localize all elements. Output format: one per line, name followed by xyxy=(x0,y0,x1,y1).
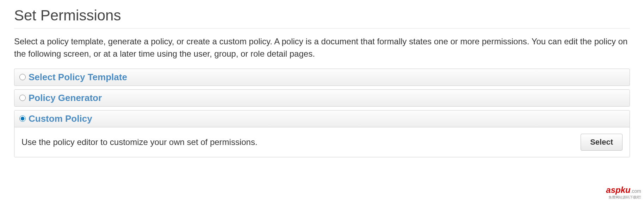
option-label-generator: Policy Generator xyxy=(29,93,102,103)
option-select-policy-template[interactable]: Select Policy Template xyxy=(14,69,630,86)
option-custom-policy[interactable]: Custom Policy xyxy=(14,111,630,127)
page-description: Select a policy template, generate a pol… xyxy=(14,36,630,60)
custom-policy-body: Use the policy editor to customize your … xyxy=(14,127,630,157)
radio-select-policy-template[interactable] xyxy=(19,74,26,80)
option-policy-generator[interactable]: Policy Generator xyxy=(14,89,630,107)
select-button[interactable]: Select xyxy=(581,134,623,151)
page-title: Set Permissions xyxy=(14,7,630,29)
policy-options-group: Select Policy Template Policy Generator … xyxy=(14,69,630,157)
radio-custom-policy[interactable] xyxy=(19,115,26,122)
custom-policy-description: Use the policy editor to customize your … xyxy=(21,137,258,147)
radio-policy-generator[interactable] xyxy=(19,95,26,101)
option-label-template: Select Policy Template xyxy=(29,72,127,83)
option-custom-policy-panel: Custom Policy Use the policy editor to c… xyxy=(14,110,630,157)
option-label-custom: Custom Policy xyxy=(29,113,92,124)
